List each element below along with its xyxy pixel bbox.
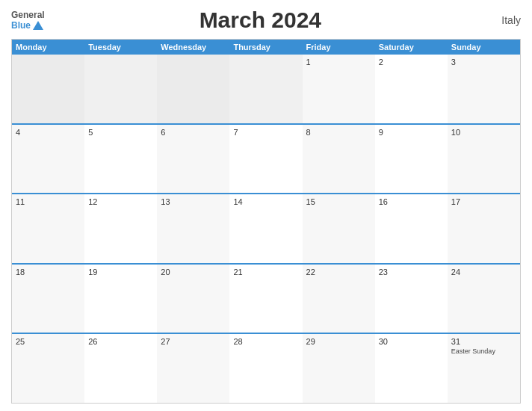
day-cell: 23 xyxy=(375,265,448,333)
day-number: 8 xyxy=(306,128,371,137)
day-cell: 18 xyxy=(12,265,84,333)
header-sunday: Sunday xyxy=(448,40,520,55)
day-number: 22 xyxy=(306,268,371,276)
day-cell xyxy=(12,55,84,123)
day-headers-row: Monday Tuesday Wednesday Thursday Friday… xyxy=(12,40,520,55)
day-number: 25 xyxy=(16,337,81,346)
day-cell: 5 xyxy=(84,125,157,194)
day-number: 21 xyxy=(233,268,298,276)
day-cell: 22 xyxy=(303,265,375,333)
day-cell: 20 xyxy=(157,265,229,333)
day-number: 23 xyxy=(379,268,444,276)
day-cell xyxy=(84,55,157,123)
day-cell: 12 xyxy=(84,194,157,263)
day-cell: 4 xyxy=(12,125,84,194)
day-cell xyxy=(229,55,302,123)
day-number: 31 xyxy=(451,337,516,346)
day-number: 11 xyxy=(16,197,81,206)
header-thursday: Thursday xyxy=(229,40,302,55)
day-number: 28 xyxy=(233,337,298,346)
day-cell: 14 xyxy=(229,194,302,263)
week-row-4: 18192021222324 xyxy=(12,263,520,333)
day-number: 5 xyxy=(88,128,153,137)
day-cell: 16 xyxy=(375,194,448,263)
day-cell: 2 xyxy=(375,55,448,123)
day-number: 20 xyxy=(161,268,226,276)
day-cell: 13 xyxy=(157,194,229,263)
day-cell: 7 xyxy=(229,125,302,194)
header-friday: Friday xyxy=(303,40,375,55)
day-number: 13 xyxy=(161,197,226,206)
day-number: 14 xyxy=(233,197,298,206)
day-cell: 11 xyxy=(12,194,84,263)
logo: General Blue xyxy=(11,10,45,31)
day-cell: 8 xyxy=(303,125,375,194)
logo-triangle-icon xyxy=(33,21,43,30)
day-cell: 21 xyxy=(229,265,302,333)
day-cell: 28 xyxy=(229,334,302,403)
day-number: 15 xyxy=(306,197,371,206)
calendar-page: General Blue March 2024 Italy Monday Tue… xyxy=(0,0,532,411)
header-tuesday: Tuesday xyxy=(84,40,157,55)
week-row-3: 11121314151617 xyxy=(12,193,520,263)
day-cell: 17 xyxy=(448,194,520,263)
day-cell: 15 xyxy=(303,194,375,263)
day-number: 3 xyxy=(451,58,516,67)
header-monday: Monday xyxy=(12,40,84,55)
day-number: 26 xyxy=(88,337,153,346)
day-cell: 19 xyxy=(84,265,157,333)
day-number: 18 xyxy=(16,268,81,276)
day-number: 19 xyxy=(88,268,153,276)
day-number: 27 xyxy=(161,337,226,346)
day-number: 30 xyxy=(379,337,444,346)
logo-general: General xyxy=(11,10,45,20)
day-number: 29 xyxy=(306,337,371,346)
day-number: 17 xyxy=(451,197,516,206)
week-row-5: 25262728293031Easter Sunday xyxy=(12,333,520,403)
day-cell: 24 xyxy=(448,265,520,333)
day-number: 12 xyxy=(88,197,153,206)
header-wednesday: Wednesday xyxy=(157,40,229,55)
day-cell: 25 xyxy=(12,334,84,403)
country-label: Italy xyxy=(476,14,521,26)
day-cell xyxy=(157,55,229,123)
day-cell: 26 xyxy=(84,334,157,403)
day-cell: 30 xyxy=(375,334,448,403)
calendar-grid: Monday Tuesday Wednesday Thursday Friday… xyxy=(11,39,521,404)
logo-blue: Blue xyxy=(11,20,45,31)
header: General Blue March 2024 Italy xyxy=(11,7,521,33)
day-number: 4 xyxy=(16,128,81,137)
day-cell: 10 xyxy=(448,125,520,194)
day-number: 10 xyxy=(451,128,516,137)
day-number: 7 xyxy=(233,128,298,137)
week-row-1: 123 xyxy=(12,55,520,123)
calendar-title: March 2024 xyxy=(45,7,476,33)
day-cell: 9 xyxy=(375,125,448,194)
day-cell: 27 xyxy=(157,334,229,403)
holiday-label: Easter Sunday xyxy=(451,347,516,355)
day-number: 24 xyxy=(451,268,516,276)
day-cell: 6 xyxy=(157,125,229,194)
weeks-container: 1234567891011121314151617181920212223242… xyxy=(12,55,520,403)
day-number: 6 xyxy=(161,128,226,137)
day-number: 2 xyxy=(379,58,444,67)
day-number: 1 xyxy=(306,58,371,67)
day-number: 9 xyxy=(379,128,444,137)
day-cell: 31Easter Sunday xyxy=(448,334,520,403)
day-cell: 29 xyxy=(303,334,375,403)
day-number: 16 xyxy=(379,197,444,206)
day-cell: 1 xyxy=(303,55,375,123)
header-saturday: Saturday xyxy=(375,40,448,55)
week-row-2: 45678910 xyxy=(12,123,520,194)
day-cell: 3 xyxy=(448,55,520,123)
